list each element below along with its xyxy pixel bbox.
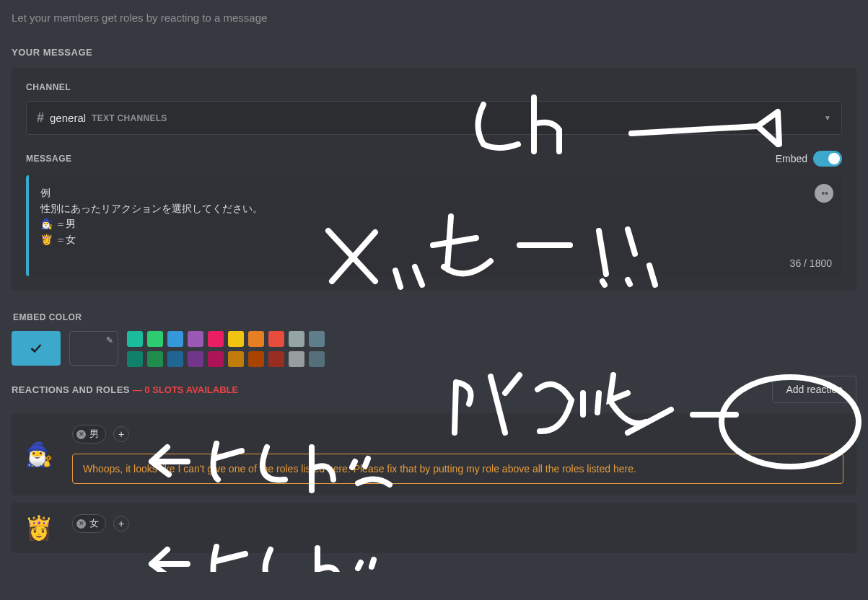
check-icon (30, 343, 42, 353)
embed-menu-button[interactable]: • • (815, 184, 833, 203)
eyedropper-icon: ✎ (106, 335, 113, 345)
remove-role-icon[interactable]: ✕ (76, 430, 86, 439)
color-swatch[interactable] (248, 331, 264, 347)
role-chip[interactable]: ✕男 (72, 425, 106, 444)
color-swatch[interactable] (228, 331, 244, 347)
your-message-heading: YOUR MESSAGE (12, 47, 856, 58)
add-reaction-button[interactable]: Add reaction (772, 376, 856, 403)
color-swatch[interactable] (147, 331, 163, 347)
embed-color-label: EMBED COLOR (13, 312, 856, 322)
channel-select[interactable]: # general TEXT CHANNELS ▼ (26, 101, 842, 135)
color-swatch[interactable] (309, 331, 325, 347)
add-role-button[interactable]: + (113, 426, 129, 442)
reaction-panel: 🧙‍♂️✕男+Whoops, it looks like I can't giv… (12, 413, 856, 495)
color-swatch[interactable] (167, 351, 183, 367)
your-message-panel: CHANNEL # general TEXT CHANNELS ▼ MESSAG… (12, 68, 856, 291)
color-swatch[interactable] (147, 351, 163, 367)
channel-label: CHANNEL (26, 82, 842, 92)
embed-line-1: 例 (40, 185, 830, 201)
embed-line-3: 🧙‍♂️ ＝男 (40, 216, 830, 232)
color-swatch[interactable] (289, 351, 304, 367)
color-swatch[interactable] (127, 351, 143, 367)
slots-available: — 0 SLOTS AVAILABLE (133, 384, 238, 395)
role-name: 男 (89, 428, 99, 441)
page-subtitle: Let your members get roles by reacting t… (12, 12, 856, 24)
color-swatch[interactable] (188, 331, 203, 347)
reaction-panel: 👸✕女+ (12, 503, 856, 553)
color-swatch[interactable] (208, 351, 224, 367)
color-swatch[interactable] (268, 331, 284, 347)
role-chip[interactable]: ✕女 (72, 514, 106, 533)
color-swatch[interactable] (309, 351, 325, 367)
remove-role-icon[interactable]: ✕ (76, 519, 86, 529)
role-warning: Whoops, it looks like I can't give one o… (72, 454, 843, 484)
role-name: 女 (89, 517, 99, 530)
color-swatch[interactable] (248, 351, 264, 367)
channel-type: TEXT CHANNELS (92, 113, 167, 123)
color-grid (127, 331, 325, 367)
embed-line-4: 👸 ＝女 (40, 232, 830, 248)
color-swatch[interactable] (208, 331, 224, 347)
char-count: 36 / 1800 (790, 257, 832, 269)
color-selected-preview[interactable] (12, 331, 61, 366)
reactions-heading: REACTIONS AND ROLES (12, 384, 130, 395)
color-swatch[interactable] (228, 351, 244, 367)
channel-name: general (50, 112, 86, 124)
color-swatch[interactable] (127, 331, 143, 347)
message-label: MESSAGE (26, 154, 72, 164)
color-swatch[interactable] (289, 331, 304, 347)
add-role-button[interactable]: + (113, 516, 129, 531)
message-embed[interactable]: 例 性別にあったリアクションを選択してください。 🧙‍♂️ ＝男 👸 ＝女 • … (26, 175, 842, 276)
embed-toggle-label: Embed (776, 153, 807, 164)
color-custom-preview[interactable]: ✎ (69, 331, 118, 366)
embed-color-row: ✎ (12, 331, 856, 367)
reaction-emoji[interactable]: 👸 (25, 514, 59, 542)
chevron-down-icon: ▼ (824, 114, 831, 122)
reaction-emoji[interactable]: 🧙‍♂️ (25, 441, 59, 468)
embed-toggle[interactable] (813, 151, 842, 167)
embed-line-2: 性別にあったリアクションを選択してください。 (40, 201, 830, 217)
color-swatch[interactable] (167, 331, 183, 347)
hash-icon: # (37, 110, 44, 125)
color-swatch[interactable] (268, 351, 284, 367)
color-swatch[interactable] (188, 351, 203, 367)
